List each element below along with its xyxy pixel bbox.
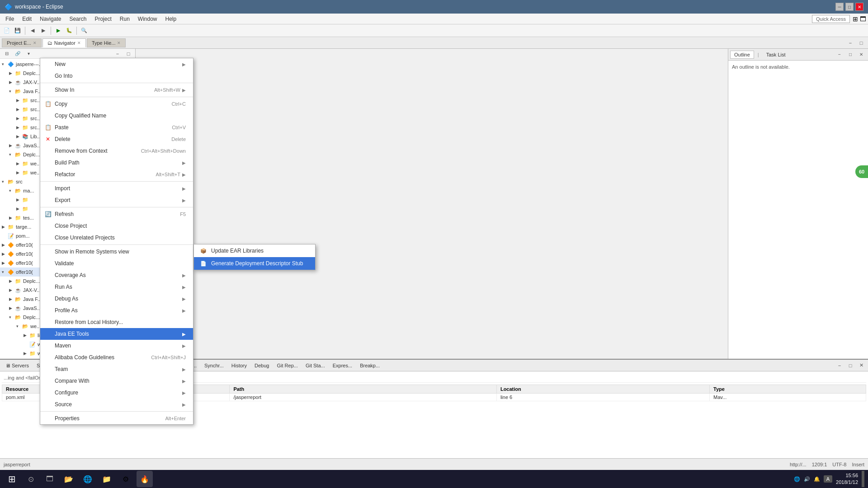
- bottom-tab-servers[interactable]: 🖥 Servers: [2, 362, 33, 369]
- taskbar-files[interactable]: 📂: [61, 471, 77, 487]
- ctx-build-path[interactable]: Build Path ▶: [40, 157, 193, 169]
- ctx-copy[interactable]: 📋 Copy Ctrl+C: [40, 98, 193, 110]
- ctx-team[interactable]: Team ▶: [40, 363, 193, 375]
- toolbar-new[interactable]: 📄: [2, 26, 12, 36]
- tab-type-hierarchy[interactable]: Type Hie... ✕: [87, 38, 126, 47]
- tab-close-project[interactable]: ✕: [33, 41, 37, 45]
- maximize-panel[interactable]: □: [856, 38, 866, 48]
- toolbar-debug[interactable]: 🐛: [64, 26, 74, 36]
- taskbar-search[interactable]: ⊙: [23, 471, 39, 487]
- taskbar-folder[interactable]: 📁: [99, 471, 115, 487]
- toolbar-search[interactable]: 🔍: [79, 26, 89, 36]
- refresh-icon: 🔄: [44, 210, 52, 218]
- link-with-editor[interactable]: 🔗: [13, 49, 23, 59]
- toolbar-save[interactable]: 💾: [13, 26, 23, 36]
- ctx-export[interactable]: Export ▶: [40, 194, 193, 206]
- ctx-validate[interactable]: Validate: [40, 258, 193, 269]
- bottom-tab-gitsta[interactable]: Git Sta...: [302, 362, 329, 369]
- ctx-show-in[interactable]: Show In Alt+Shift+W ▶: [40, 84, 193, 96]
- perspective-button[interactable]: ⊞: [853, 15, 858, 23]
- tab-task-list[interactable]: Task List: [763, 51, 789, 58]
- tab-project-explorer[interactable]: Project E... ✕: [2, 38, 42, 47]
- new-window-button[interactable]: 🗖: [860, 15, 866, 23]
- ctx-compare[interactable]: Compare With ▶: [40, 375, 193, 387]
- bottom-tab-gitrepo[interactable]: Git Rep...: [273, 362, 301, 369]
- menu-run[interactable]: Run: [116, 15, 133, 23]
- bottom-tab-breakp[interactable]: Breakp...: [356, 362, 383, 369]
- taskbar-eclipse[interactable]: 🔥: [137, 471, 153, 487]
- maximize-button[interactable]: □: [845, 3, 854, 11]
- ctx-configure[interactable]: Configure ▶: [40, 387, 193, 399]
- bottom-maximize[interactable]: □: [845, 361, 855, 371]
- menu-search[interactable]: Search: [66, 15, 90, 23]
- ctx-delete-label: Delete: [55, 136, 166, 142]
- tree-arrow: ▶: [9, 279, 14, 283]
- menu-help[interactable]: Help: [162, 15, 180, 23]
- compare-icon: [44, 377, 52, 385]
- ctx-close-unrelated-label: Close Unrelated Projects: [55, 235, 186, 241]
- taskbar-multitask[interactable]: 🗖: [42, 471, 58, 487]
- ctx-run-as[interactable]: Run As ▶: [40, 281, 193, 293]
- ctx-refresh[interactable]: 🔄 Refresh F5: [40, 208, 193, 220]
- taskbar-settings[interactable]: ⚙: [118, 471, 134, 487]
- ctx-remove-context[interactable]: Remove from Context Ctrl+Alt+Shift+Down: [40, 145, 193, 157]
- ctx-source-arrow: ▶: [182, 402, 186, 407]
- ctx-restore-history[interactable]: Restore from Local History...: [40, 316, 193, 328]
- tab-close-type-hierarchy[interactable]: ✕: [117, 41, 121, 45]
- ctx-paste[interactable]: 📋 Paste Ctrl+V: [40, 122, 193, 133]
- project-icon: 🔶: [7, 259, 14, 267]
- menu-navigate[interactable]: Navigate: [36, 15, 65, 23]
- bottom-tab-synch[interactable]: Synchr...: [201, 362, 227, 369]
- ctx-source[interactable]: Source ▶: [40, 399, 193, 410]
- bottom-minimize[interactable]: −: [835, 361, 844, 371]
- bottom-tab-debug[interactable]: Debug: [251, 362, 273, 369]
- ctx-new[interactable]: New ▶: [40, 58, 193, 70]
- view-menu[interactable]: ▾: [24, 49, 33, 59]
- quick-access[interactable]: Quick Access: [812, 15, 850, 23]
- folder-icon: 📁: [29, 332, 36, 339]
- collapse-all[interactable]: ⊟: [2, 49, 12, 59]
- ctx-maven[interactable]: Maven ▶: [40, 340, 193, 352]
- minimize-left[interactable]: −: [113, 49, 123, 59]
- right-maximize[interactable]: □: [845, 50, 855, 60]
- submenu-update-ear[interactable]: 📦 Update EAR Libraries: [194, 244, 315, 257]
- ctx-copy-qualified[interactable]: Copy Qualified Name: [40, 110, 193, 122]
- taskbar-browser[interactable]: 🌐: [80, 471, 96, 487]
- ctx-close-project[interactable]: Close Project: [40, 220, 193, 232]
- toolbar-back[interactable]: ◀: [28, 26, 38, 36]
- ctx-javaee-tools[interactable]: Java EE Tools ▶: [40, 328, 193, 340]
- ctx-profile-as[interactable]: Profile As ▶: [40, 305, 193, 316]
- ctx-refactor[interactable]: Refactor Alt+Shift+T ▶: [40, 169, 193, 180]
- right-close[interactable]: ✕: [856, 50, 866, 60]
- ctx-coverage[interactable]: Coverage As ▶: [40, 269, 193, 281]
- tab-close-navigator[interactable]: ✕: [77, 41, 81, 45]
- tab-outline[interactable]: Outline: [730, 51, 754, 59]
- ctx-delete[interactable]: ✕ Delete Delete: [40, 133, 193, 145]
- submenu-gen-descriptor[interactable]: 📄 Generate Deployment Descriptor Stub: [194, 257, 315, 270]
- bottom-tab-express[interactable]: Expres...: [329, 362, 356, 369]
- ctx-alibaba[interactable]: Alibaba Code Guidelines Ctrl+Alt+Shift+J: [40, 352, 193, 363]
- bottom-close[interactable]: ✕: [856, 361, 866, 371]
- toolbar-forward[interactable]: ▶: [38, 26, 48, 36]
- start-button[interactable]: ⊞: [4, 471, 20, 487]
- ctx-import[interactable]: Import ▶: [40, 183, 193, 194]
- ctx-go-into[interactable]: Go Into: [40, 70, 193, 82]
- bottom-tab-history[interactable]: History: [228, 362, 250, 369]
- ctx-properties[interactable]: Properties Alt+Enter: [40, 413, 193, 424]
- menu-window[interactable]: Window: [134, 15, 161, 23]
- menu-file[interactable]: File: [2, 15, 18, 23]
- ctx-debug-as[interactable]: Debug As ▶: [40, 293, 193, 305]
- toolbar-run[interactable]: ▶: [53, 26, 63, 36]
- menu-project[interactable]: Project: [91, 15, 115, 23]
- maximize-left[interactable]: □: [123, 49, 133, 59]
- ctx-show-remote[interactable]: Show in Remote Systems view: [40, 246, 193, 258]
- minimize-panel[interactable]: −: [845, 38, 855, 48]
- close-button[interactable]: ✕: [855, 3, 863, 11]
- right-minimize[interactable]: −: [835, 50, 844, 60]
- minimize-button[interactable]: ─: [835, 3, 844, 11]
- taskbar-show-desktop[interactable]: [862, 471, 864, 487]
- menu-edit[interactable]: Edit: [19, 15, 35, 23]
- tab-navigator[interactable]: 🗂 Navigator ✕: [42, 38, 86, 47]
- folder-icon: 📁: [22, 115, 29, 122]
- ctx-close-unrelated[interactable]: Close Unrelated Projects: [40, 232, 193, 244]
